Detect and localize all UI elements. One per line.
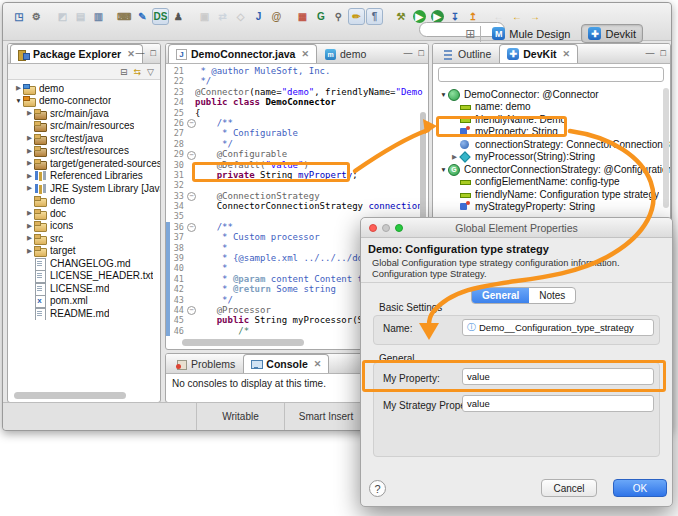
fold-marker-icon[interactable] [186,243,195,253]
tree-item[interactable]: LICENSE_HEADER.txt [8,270,160,283]
tree-item[interactable]: icons [8,220,160,233]
code-line[interactable]: 21 * @author MuleSoft, Inc. [166,66,428,76]
fold-marker-icon[interactable] [186,211,195,221]
fold-marker-icon[interactable] [186,149,195,159]
toolbar-button[interactable]: ⇄ [214,8,231,25]
devkit-tree-item[interactable]: myProcessor(String):String [433,151,670,164]
expand-arrow-icon[interactable] [439,91,448,98]
devkit-filter-input[interactable] [438,67,664,82]
tab-outline[interactable]: Outline [435,44,499,63]
minimize-icon[interactable]: — [646,47,655,59]
tree-item[interactable]: src/test/java [8,132,160,145]
mule-design-perspective-button[interactable]: M Mule Design [486,25,576,42]
expand-arrow-icon[interactable] [25,247,34,255]
code-line[interactable]: 24 public class DemoConnector [166,97,428,107]
tab-package-explorer[interactable]: Package Explorer ✕ [10,44,143,63]
expand-arrow-icon[interactable] [25,184,34,192]
expand-arrow-icon[interactable] [25,109,34,117]
code-line[interactable]: 22 */ [166,76,428,86]
horizontal-scrollbar[interactable] [14,392,126,399]
fold-marker-icon[interactable] [186,284,195,294]
toolbar-button[interactable]: ▤ [72,8,89,25]
toolbar-button[interactable] [46,8,53,25]
tree-item[interactable]: target [8,245,160,258]
toolbar-button[interactable] [188,8,195,25]
toolbar-button[interactable]: ⚒ [392,8,409,25]
fold-marker-icon[interactable] [186,97,195,107]
tree-item[interactable]: src/main/java [8,107,160,120]
code-line[interactable]: 28 */ [166,139,428,149]
fold-marker-icon[interactable] [186,118,195,128]
tree-item[interactable]: demo [8,195,160,208]
toolbar-button[interactable]: ⌨ [116,8,133,25]
tree-item[interactable]: src [8,232,160,245]
fold-marker-icon[interactable] [186,315,195,325]
toolbar-button[interactable] [384,8,391,25]
tree-item[interactable]: CHANGELOG.md [8,257,160,270]
expand-arrow-icon[interactable] [14,97,23,104]
toolbar-button[interactable]: ◳ [10,8,27,25]
expand-arrow-icon[interactable] [25,209,34,217]
code-line[interactable]: 23 @Connector(name="demo", friendlyName=… [166,87,428,97]
code-line[interactable]: 33 @ConnectionStrategy [166,191,428,201]
tree-item[interactable]: demo-connector [8,95,160,108]
expand-arrow-icon[interactable] [25,147,34,155]
fold-marker-icon[interactable] [186,201,195,211]
maximize-icon[interactable]: □ [661,47,666,59]
minimize-icon[interactable]: — [136,47,145,59]
devkit-tree-item[interactable]: ConnectorConnectionStrategy: @Configurat… [433,163,670,176]
devkit-tree-item[interactable]: configElementName: config-type [433,176,670,189]
toolbar-button[interactable]: ▣ [196,8,213,25]
fold-marker-icon[interactable] [186,191,195,201]
view-menu-icon[interactable]: ▽ [147,67,154,77]
toolbar-button[interactable] [286,8,293,25]
tree-item[interactable]: Referenced Libraries [8,170,160,183]
tree-item[interactable]: demo [8,82,160,95]
minimize-window-icon[interactable] [382,224,390,232]
toolbar-button[interactable]: ✏ [348,8,365,25]
open-perspective-icon[interactable]: ⊞ [465,27,475,41]
tab-problems[interactable]: Problems [168,354,243,373]
fold-marker-icon[interactable] [186,108,195,118]
expand-arrow-icon[interactable] [25,159,34,167]
fold-marker-icon[interactable] [186,128,195,138]
code-line[interactable]: 34 ConnectorConnectionStrategy connectio… [166,201,428,211]
fold-marker-icon[interactable] [186,274,195,284]
code-line[interactable]: 27 * Configurable [166,128,428,138]
tab-devkit[interactable]: ✚ DevKit ✕ [499,44,578,63]
toolbar-button[interactable]: ◇ [232,8,249,25]
help-button[interactable]: ? [369,480,386,497]
toolbar-button[interactable] [108,8,115,25]
tab-general[interactable]: General [472,288,529,303]
fold-marker-icon[interactable] [186,253,195,263]
dialog-titlebar[interactable]: Global Element Properties [361,218,672,238]
fold-marker-icon[interactable] [186,139,195,149]
fold-marker-icon[interactable] [186,305,195,315]
toolbar-button[interactable]: ✎ [134,8,151,25]
tree-item[interactable]: src/test/resources [8,145,160,158]
fold-marker-icon[interactable] [186,222,195,232]
tree-item[interactable]: JRE System Library [Java SE 7 [8,182,160,195]
expand-arrow-icon[interactable] [25,234,34,242]
tree-item[interactable]: README.md [8,307,160,320]
tree-item[interactable]: doc [8,207,160,220]
close-icon[interactable]: ✕ [563,49,571,59]
expand-arrow-icon[interactable] [14,84,23,92]
collapse-all-icon[interactable]: ⊟ [120,67,128,77]
code-line[interactable]: 26 /** [166,118,428,128]
cancel-button[interactable]: Cancel [541,479,597,497]
devkit-tree-item[interactable]: myStrategyProperty: String [433,201,670,214]
minimize-icon[interactable]: — [404,47,413,59]
toolbar-button[interactable]: G [312,8,329,25]
expand-arrow-icon[interactable] [439,166,448,173]
tree-item[interactable]: target/generated-sources/mule [8,157,160,170]
toolbar-button[interactable]: ⚲ [330,8,347,25]
fold-marker-icon[interactable] [186,87,195,97]
fold-marker-icon[interactable] [186,263,195,273]
tree-item[interactable]: src/main/resources [8,120,160,133]
devkit-tree-item[interactable]: connectionStrategy: ConnectorConnectionS… [433,138,670,151]
toolbar-button[interactable]: DS [152,8,169,25]
expand-arrow-icon[interactable] [25,172,34,180]
close-window-icon[interactable] [369,224,377,232]
zoom-window-icon[interactable] [395,224,403,232]
